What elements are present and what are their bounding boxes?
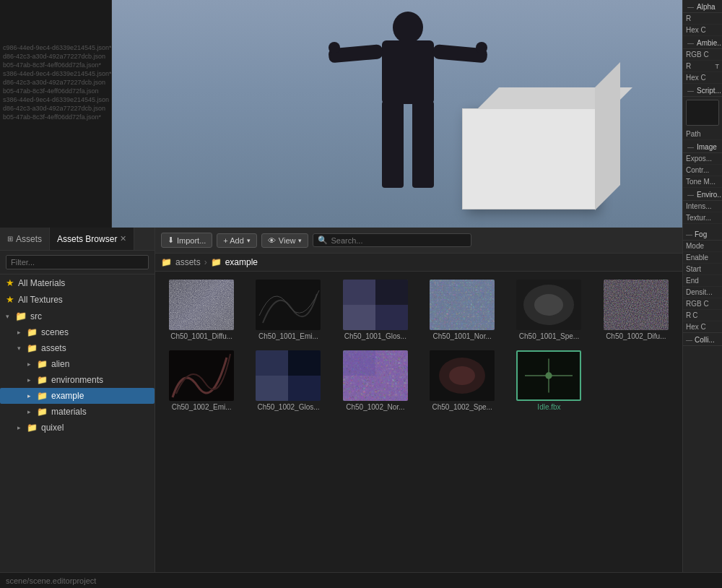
viewport-box: [462, 108, 596, 209]
chevron-alien: ▸: [27, 360, 35, 368]
app-container: c986-44ed-9ec4-d6339e214545.json* d86-42…: [0, 0, 722, 588]
add-button[interactable]: + Add ▾: [217, 233, 256, 248]
ambient-r-row: R T: [683, 61, 722, 72]
file-path-item: c986-44ed-9ec4-d6339e214545.json*: [0, 43, 111, 52]
asset-item-7[interactable]: Ch50_1002_Emi...: [161, 348, 242, 413]
script-path-label: Path: [686, 130, 719, 138]
chevron-quixel: ▸: [17, 424, 25, 431]
contrast-label: Contr...: [686, 166, 719, 174]
folder-icon-breadcrumb-root: 📁: [161, 257, 172, 267]
assets-tab-label: Assets: [16, 234, 42, 244]
search-input[interactable]: [331, 236, 466, 245]
asset-item-8[interactable]: Ch50_1002_Glos...: [248, 348, 329, 413]
breadcrumb-bar: 📁 assets › 📁 example: [155, 254, 682, 272]
collapse-icon-3: —: [687, 87, 694, 95]
ambient-t-value: T: [716, 63, 720, 70]
all-materials-label: All Materials: [18, 278, 65, 288]
exposure-row: Expos...: [683, 153, 722, 165]
tonemapping-label: Tone M...: [686, 178, 719, 186]
assets-tab[interactable]: ⊞ Assets: [0, 228, 50, 250]
breadcrumb-root[interactable]: assets: [175, 257, 201, 267]
asset-label-6: Ch50_1002_Difu...: [606, 332, 666, 340]
svg-point-29: [546, 372, 552, 379]
right-properties-panel: — Alpha R Hex C — Ambie... RGB C: [682, 0, 722, 228]
chevron-environments: ▸: [27, 376, 35, 384]
tree-item-environments[interactable]: ▸ 📁 environments: [0, 372, 155, 388]
panel-tab-bar: ⊞ Assets Assets Browser ✕: [0, 228, 155, 251]
fog-hex-row: Hex C: [683, 321, 722, 333]
eye-icon: 👁: [268, 236, 276, 245]
file-tree-panel: ⊞ Assets Assets Browser ✕ ★ All Material…: [0, 228, 155, 572]
asset-item-11[interactable]: Idle.fbx: [508, 348, 589, 413]
alpha-section-title: — Alpha: [683, 0, 722, 13]
asset-item-10[interactable]: Ch50_1002_Spe...: [422, 348, 503, 413]
fog-start-label: Start: [686, 265, 719, 273]
collapse-icon-4: —: [687, 144, 694, 151]
image-section: — Image Expos... Contr... Tone M...: [683, 140, 722, 188]
ambient-rgb-label: RGB C: [686, 51, 719, 59]
asset-thumb-4: [430, 280, 495, 330]
folder-icon-scenes: 📁: [27, 327, 38, 337]
asset-item-3[interactable]: Ch50_1001_Glos...: [335, 277, 416, 342]
tree-item-quixel[interactable]: ▸ 📁 quixel: [0, 420, 155, 436]
viewport-canvas[interactable]: [112, 0, 682, 228]
filter-input[interactable]: [6, 255, 149, 269]
ambient-rgb-row: RGB C: [683, 49, 722, 61]
asset-item-6[interactable]: Ch50_1002_Difu...: [596, 277, 677, 342]
tree-item-assets[interactable]: ▾ 📁 assets: [0, 340, 155, 356]
asset-label-2: Ch50_1001_Emi...: [258, 332, 318, 340]
alpha-r-label: R: [686, 14, 719, 22]
alpha-rgb-row: R: [683, 13, 722, 25]
example-label: example: [51, 391, 84, 401]
script-label: Script...: [697, 87, 721, 95]
asset-item-5[interactable]: Ch50_1001_Spe...: [508, 277, 589, 342]
tree-item-src[interactable]: ▾ 📁 src: [0, 308, 155, 324]
asset-thumb-9: [343, 350, 408, 401]
ambient-section: — Ambie... RGB C R T Hex C: [683, 36, 722, 84]
bottom-area: ⊞ Assets Assets Browser ✕ ★ All Material…: [0, 228, 722, 572]
asset-thumb-11: [516, 350, 581, 401]
assets-browser-tab[interactable]: Assets Browser ✕: [50, 228, 134, 250]
tree-item-all-textures[interactable]: ★ All Textures: [0, 291, 155, 308]
tree-item-materials[interactable]: ▸ 📁 materials: [0, 404, 155, 420]
close-icon[interactable]: ✕: [120, 234, 126, 243]
quixel-label: quixel: [41, 423, 64, 433]
asset-item-9[interactable]: Ch50_1002_Nor...: [335, 348, 416, 413]
intensity-label: Intens...: [686, 202, 719, 210]
asset-thumb-1: [169, 280, 234, 330]
script-path-row: Path: [683, 129, 722, 140]
tree-item-alien[interactable]: ▸ 📁 alien: [0, 356, 155, 372]
environments-label: environments: [51, 375, 103, 385]
asset-label-10: Ch50_1002_Spe...: [432, 403, 492, 411]
asset-item-4[interactable]: Ch50_1001_Nor...: [422, 277, 503, 342]
ambient-r-label: R: [686, 62, 713, 70]
fog-enable-row: Enable: [683, 252, 722, 264]
asset-thumb-6: [604, 280, 669, 330]
view-button[interactable]: 👁 View ▾: [261, 233, 309, 248]
script-placeholder: [686, 100, 719, 126]
asset-item-1[interactable]: Ch50_1001_Diffu...: [161, 277, 242, 342]
svg-rect-0: [169, 280, 234, 330]
script-section: — Script... Path: [683, 84, 722, 140]
asset-item-2[interactable]: Ch50_1001_Emi...: [248, 277, 329, 342]
fog-mode-label: Mode: [686, 242, 719, 250]
svg-rect-17: [288, 350, 321, 376]
fog-collapse-icon: —: [686, 231, 692, 238]
svg-rect-13: [604, 280, 669, 330]
expand-icon: ⊞: [7, 235, 13, 243]
collapse-icon: —: [687, 4, 694, 11]
ambient-hex-label: Hex C: [686, 74, 719, 82]
fog-mode-row: Mode: [683, 241, 722, 252]
scenes-label: scenes: [41, 327, 69, 337]
import-button[interactable]: ⬇ Import...: [161, 233, 212, 248]
star-icon-materials: ★: [6, 277, 14, 288]
asset-label-4: Ch50_1001_Nor...: [433, 332, 492, 340]
add-chevron-icon: ▾: [247, 237, 251, 244]
tree-item-scenes[interactable]: ▸ 📁 scenes: [0, 324, 155, 340]
materials-label: materials: [51, 407, 87, 417]
asset-thumb-7: [169, 350, 234, 401]
fog-start-row: Start: [683, 264, 722, 275]
tree-item-all-materials[interactable]: ★ All Materials: [0, 274, 155, 291]
tree-item-example[interactable]: ▸ 📁 example: [0, 388, 155, 404]
asset-browser-main: ⬇ Import... + Add ▾ 👁 View ▾ 🔍: [155, 228, 682, 572]
